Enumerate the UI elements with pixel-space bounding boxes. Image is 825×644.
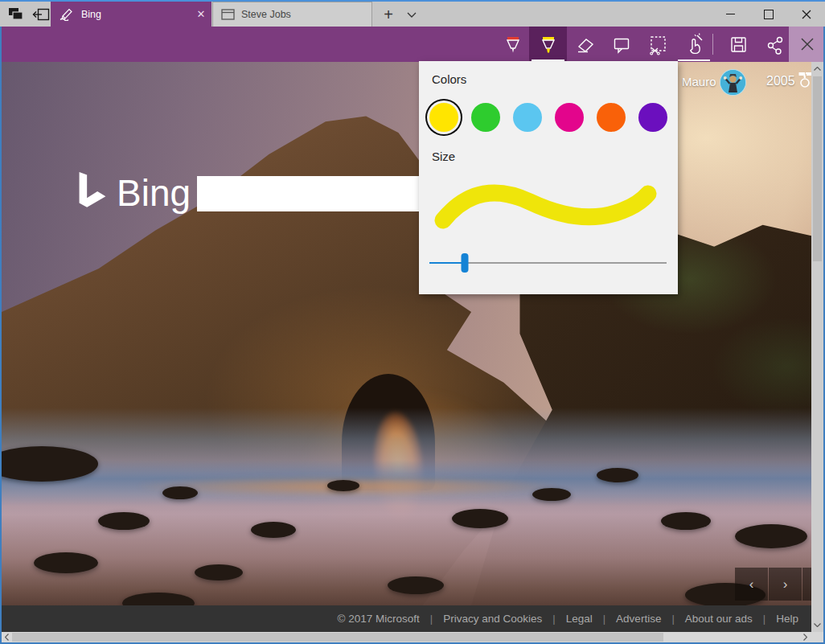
foreground-rock	[597, 468, 638, 482]
exit-web-notes-button[interactable]	[789, 27, 825, 62]
size-slider-track[interactable]	[429, 262, 667, 264]
tab-title: Steve Jobs	[241, 9, 371, 20]
clip-scissors-icon	[646, 32, 670, 56]
vertical-scrollbar[interactable]	[811, 62, 823, 632]
horizontal-scrollbar[interactable]	[2, 632, 811, 642]
stroke-size-preview	[429, 174, 671, 236]
scroll-up-arrow[interactable]	[811, 63, 823, 75]
foreground-rock	[327, 480, 359, 491]
swatch-purple[interactable]	[638, 103, 667, 132]
size-label: Size	[432, 150, 455, 163]
swatch-sky-blue[interactable]	[513, 103, 542, 132]
set-tabs-aside-button[interactable]	[31, 4, 51, 25]
typed-note-tool[interactable]	[603, 27, 639, 62]
scroll-right-arrow[interactable]	[800, 632, 811, 642]
footer-separator: |	[552, 613, 555, 625]
ballpoint-pen-tool[interactable]	[495, 27, 531, 62]
avatar-character	[720, 70, 745, 95]
toolbar-separator	[712, 34, 713, 55]
touch-writing-hand-icon	[682, 32, 706, 56]
window-border-left	[0, 27, 2, 644]
minimize-icon	[726, 14, 735, 14]
tab-bar: Bing ✕ Steve Jobs +	[0, 2, 825, 27]
swatch-orange[interactable]	[597, 103, 626, 132]
eraser-tool[interactable]	[567, 27, 603, 62]
save-note-tool[interactable]	[720, 27, 756, 62]
user-name[interactable]: Mauro	[682, 75, 716, 88]
rewards-points[interactable]: 2005	[766, 74, 795, 88]
carousel-info-button[interactable]	[802, 568, 811, 601]
scroll-down-arrow[interactable]	[811, 619, 823, 631]
bing-homepage: Bing Mauro 2005 ‹ ›	[2, 62, 811, 605]
footer-link-legal[interactable]: Legal	[566, 613, 593, 625]
carousel-next-button[interactable]: ›	[769, 568, 802, 601]
swatch-yellow[interactable]	[429, 103, 458, 132]
tabs-preview-button[interactable]	[5, 4, 26, 25]
rewards-medal-icon	[796, 72, 811, 92]
set-tabs-aside-icon	[32, 7, 50, 22]
maximize-button[interactable]	[749, 2, 787, 27]
vertical-scroll-thumb[interactable]	[813, 76, 822, 261]
size-slider-fill	[429, 262, 465, 264]
foreground-rock	[661, 512, 711, 530]
scroll-left-arrow[interactable]	[2, 632, 12, 642]
footer-separator: |	[763, 613, 765, 625]
highlighter-tool[interactable]	[529, 27, 567, 62]
footer-link-copyright[interactable]: © 2017 Microsoft	[338, 613, 420, 625]
touch-writing-tool[interactable]	[675, 27, 712, 62]
footer-link-help[interactable]: Help	[776, 613, 798, 625]
foreground-rock	[195, 564, 243, 580]
footer-separator: |	[603, 613, 605, 625]
highlighter-options-flyout: Colors Size	[419, 61, 678, 294]
swatch-magenta[interactable]	[555, 103, 584, 132]
highlighter-icon	[537, 33, 560, 55]
foreground-rock	[735, 524, 807, 548]
close-tab-icon[interactable]: ✕	[191, 4, 211, 25]
share-note-tool[interactable]	[757, 27, 793, 62]
share-icon	[764, 33, 786, 55]
window-border-top	[0, 0, 825, 2]
footer-link-about-ads[interactable]: About our ads	[685, 613, 753, 625]
tabs-preview-icon	[8, 7, 23, 22]
note-bubble-icon	[610, 33, 633, 55]
page-icon	[221, 9, 235, 20]
avatar[interactable]	[720, 69, 746, 96]
tab-list-chevron-button[interactable]	[402, 4, 421, 25]
bing-logo-text: Bing	[117, 171, 191, 215]
foreground-rock	[98, 512, 150, 530]
ballpoint-pen-icon	[502, 33, 524, 55]
maximize-icon	[764, 10, 774, 19]
tab-steve-jobs[interactable]: Steve Jobs	[212, 2, 372, 27]
foreground-rock	[251, 522, 296, 538]
foreground-rock	[388, 576, 444, 594]
tab-title: Bing	[81, 9, 191, 20]
horizontal-scroll-thumb[interactable]	[12, 633, 663, 642]
size-slider-thumb[interactable]	[462, 253, 469, 273]
bing-logo: Bing	[75, 171, 191, 215]
eraser-icon	[574, 33, 597, 55]
foreground-rock	[162, 486, 198, 499]
foreground-rock	[532, 488, 571, 501]
footer-link-privacy[interactable]: Privacy and Cookies	[443, 613, 542, 625]
chevron-down-icon	[407, 12, 417, 18]
minimize-button[interactable]	[712, 2, 749, 27]
bing-footer: © 2017 Microsoft | Privacy and Cookies |…	[2, 605, 811, 632]
sea-mist	[2, 408, 811, 605]
close-icon	[802, 10, 811, 19]
exit-close-icon	[801, 38, 814, 51]
active-underline	[678, 59, 710, 61]
swatch-green[interactable]	[471, 103, 500, 132]
close-window-button[interactable]	[787, 2, 825, 27]
colors-label: Colors	[432, 72, 466, 86]
footer-link-advertise[interactable]: Advertise	[616, 613, 661, 625]
carousel-prev-button[interactable]: ‹	[735, 568, 768, 601]
clip-tool[interactable]	[639, 27, 675, 62]
new-tab-button[interactable]: +	[378, 4, 399, 25]
foreground-rock	[34, 552, 98, 573]
footer-separator: |	[430, 613, 433, 625]
bing-b-icon	[75, 172, 110, 214]
tab-bing[interactable]: Bing ✕	[51, 2, 211, 27]
scrollbar-corner	[811, 632, 823, 642]
web-notes-toolbar	[0, 27, 825, 62]
web-note-pen-icon	[59, 8, 75, 21]
